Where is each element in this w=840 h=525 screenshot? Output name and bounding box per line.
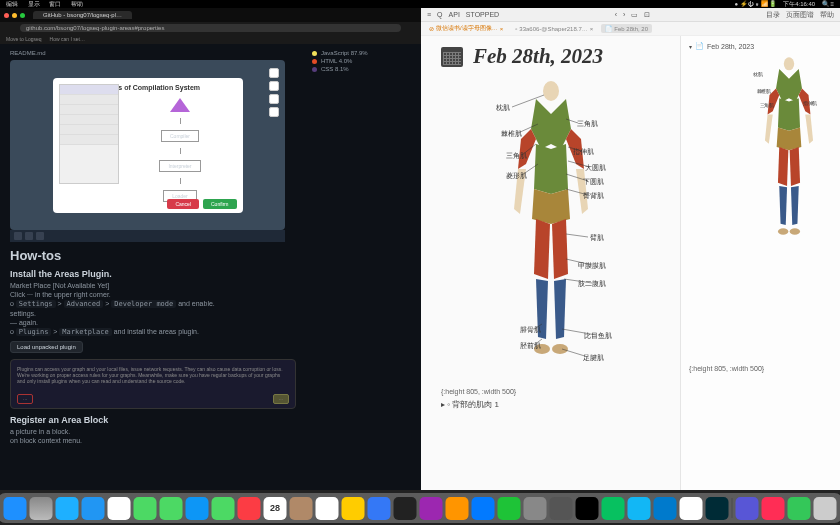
dock-logseq-icon[interactable]	[706, 497, 729, 520]
lang-js[interactable]: JavaScript 87.9%	[312, 50, 415, 56]
clock[interactable]: 下午4:16:40	[783, 1, 815, 7]
dock-launchpad-icon[interactable]	[30, 497, 53, 520]
muscle-label: 下圆肌	[583, 177, 604, 187]
chevron-down-icon[interactable]: ▾	[689, 43, 692, 50]
modal-sidebar	[59, 84, 119, 184]
image-toolbar	[10, 230, 285, 242]
muscle-label: 足腱肌	[583, 353, 604, 363]
step-text: settings.	[10, 310, 296, 317]
dock-qq-icon[interactable]	[628, 497, 651, 520]
dock-chrome-icon[interactable]	[680, 497, 703, 520]
nav-help[interactable]: 帮助	[820, 10, 834, 20]
dock-vscode-icon[interactable]	[654, 497, 677, 520]
cancel-button[interactable]: Cancel	[167, 199, 199, 209]
dock-keynote-icon[interactable]	[472, 497, 495, 520]
dock-calendar-icon[interactable]: 28	[264, 497, 287, 520]
load-plugin-button[interactable]: Load unpacked plugin	[10, 341, 83, 353]
confirm-button[interactable]: Confirm	[203, 199, 237, 209]
step-text: o Settings > Advanced > Developer mode a…	[10, 300, 296, 308]
github-page: README.md Process of Compilation System …	[0, 44, 421, 490]
muscle-label: 臀背肌	[583, 191, 604, 201]
lang-html[interactable]: HTML 4.0%	[312, 58, 415, 64]
dock-messages-icon[interactable]	[134, 497, 157, 520]
maximize-icon[interactable]	[20, 13, 25, 18]
tab-wechat[interactable]: ⊘ 微信读书/读字母图像… ×	[425, 23, 507, 34]
tree-node[interactable]: ▾ 📄 Feb 28th, 2023	[689, 42, 832, 50]
toolbar-icon[interactable]	[14, 232, 22, 240]
api-label: API	[449, 11, 460, 18]
status-badge: STOPPED	[466, 11, 499, 18]
dock-terminal-icon[interactable]	[576, 497, 599, 520]
bullet-item[interactable]: ▸ ◦ 背部的肌肉 1	[441, 399, 660, 410]
fwd-icon[interactable]: ›	[623, 11, 625, 18]
dock-photos-icon[interactable]	[108, 497, 131, 520]
dock-app2-icon[interactable]	[762, 497, 785, 520]
dock-notes-icon[interactable]	[342, 497, 365, 520]
dock-settings-icon[interactable]	[524, 497, 547, 520]
svg-line-12	[566, 234, 588, 237]
nav-graph[interactable]: 页面图谱	[786, 10, 814, 20]
dock-trash-icon[interactable]	[814, 497, 837, 520]
dock-safari-icon[interactable]	[56, 497, 79, 520]
muscle-label: 菱形肌	[506, 171, 527, 181]
dock-finder-icon[interactable]	[4, 497, 27, 520]
readme-screenshot: Process of Compilation System Compiler I…	[10, 60, 285, 230]
toolbar-icon[interactable]	[25, 232, 33, 240]
dock-maps-icon[interactable]	[160, 497, 183, 520]
dock-reminders-icon[interactable]	[316, 497, 339, 520]
fold-icon[interactable]: ⊡	[644, 11, 650, 19]
dock-store-icon[interactable]	[186, 497, 209, 520]
dock-app3-icon[interactable]	[788, 497, 811, 520]
nav-toc[interactable]: 目录	[766, 10, 780, 20]
address-input[interactable]: github.com/bsong07/logseq-plugin-areas#p…	[20, 24, 401, 32]
dock-mail-icon[interactable]	[82, 497, 105, 520]
dock-facetime-icon[interactable]	[212, 497, 235, 520]
dock-wechat-icon[interactable]	[602, 497, 625, 520]
close-icon[interactable]	[4, 13, 9, 18]
dock-tv-icon[interactable]	[394, 497, 417, 520]
notes-editor[interactable]: Feb 28th, 2023	[421, 36, 680, 490]
browser-tab[interactable]: GitHub - bsong07/logseq-pl…	[33, 11, 132, 19]
more-icons[interactable]: 🔍 ≡	[822, 1, 834, 7]
dock-contacts-icon[interactable]	[290, 497, 313, 520]
step-text: o Plugins > Marketplace and install the …	[10, 328, 296, 336]
menu-help[interactable]: 帮助	[71, 1, 83, 7]
plugin-warning: Plugins can access your graph and your l…	[10, 359, 296, 409]
tab-shaper[interactable]: ▫ 33a606-@Shaper218.7… ×	[511, 25, 597, 33]
areas-modal: Process of Compilation System Compiler I…	[53, 78, 243, 213]
dock-podcasts-icon[interactable]	[420, 497, 443, 520]
toolbar-icon[interactable]	[36, 232, 44, 240]
warn-btn[interactable]: ···	[17, 394, 33, 404]
bookmark-item[interactable]: Move to Logseq	[6, 36, 42, 42]
readme-main: README.md Process of Compilation System …	[0, 44, 306, 490]
handle-icon[interactable]	[269, 68, 279, 78]
step-text: on block context menu.	[10, 437, 296, 444]
menu-edit[interactable]: 编辑	[6, 1, 18, 7]
muscle-label: 肢二腹肌	[578, 279, 606, 289]
menu-view[interactable]: 显示	[28, 1, 40, 7]
dock-numbers-icon[interactable]	[498, 497, 521, 520]
status-icons[interactable]: ● ⚡ ⏻ ⌨ 📶 🔋	[734, 1, 776, 7]
dock-music-icon[interactable]	[238, 497, 261, 520]
flow-node: Interpreter	[159, 160, 200, 172]
menu-window[interactable]: 窗口	[49, 1, 61, 7]
tab-date[interactable]: 📄 Feb 28th, 20	[601, 24, 652, 33]
warn-btn-right[interactable]: ···	[273, 394, 289, 404]
file-name: README.md	[10, 50, 296, 56]
dock-app1-icon[interactable]	[736, 497, 759, 520]
handle-icon[interactable]	[269, 94, 279, 104]
handle-icon[interactable]	[269, 107, 279, 117]
dock-books-icon[interactable]	[446, 497, 469, 520]
bookmark-item[interactable]: How can I set…	[50, 36, 85, 42]
handle-icon[interactable]	[269, 81, 279, 91]
back-icon[interactable]: ‹	[615, 11, 617, 18]
dock-utility-icon[interactable]	[550, 497, 573, 520]
minimize-icon[interactable]	[12, 13, 17, 18]
search-icon[interactable]: Q	[437, 11, 442, 18]
lang-css[interactable]: CSS 8.1%	[312, 66, 415, 72]
book-icon[interactable]: ▭	[631, 11, 638, 19]
menu-icon[interactable]: ≡	[427, 11, 431, 18]
dock-preview-icon[interactable]	[368, 497, 391, 520]
human-back: 枕肌 棘椎肌 三角肌 菱形肌 腓骨肌 胫前肌 三角肌 指伸肌 大圆肌 下圆肌 臀…	[496, 79, 606, 359]
step-text: Click ··· in the upper right corner.	[10, 291, 296, 298]
